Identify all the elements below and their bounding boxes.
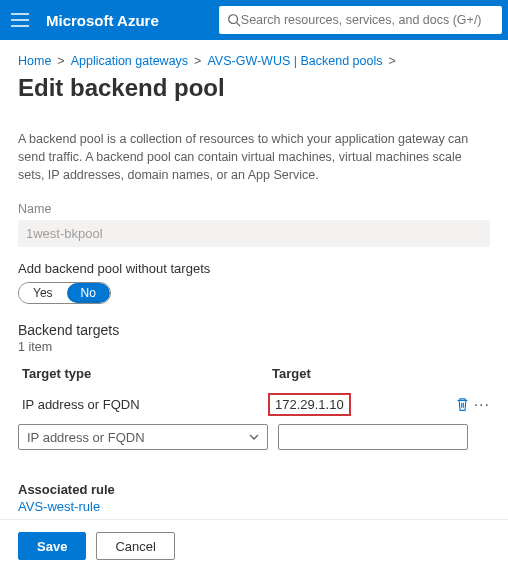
backend-targets-label: Backend targets (18, 322, 490, 338)
search-icon (227, 13, 241, 27)
header-target: Target (268, 360, 490, 387)
breadcrumb-home[interactable]: Home (18, 54, 51, 68)
breadcrumb-appgw[interactable]: Application gateways (71, 54, 188, 68)
target-type-placeholder: IP address or FQDN (27, 430, 145, 445)
breadcrumb: Home > Application gateways > AVS-GW-WUS… (18, 50, 490, 68)
svg-line-4 (236, 23, 240, 27)
row-target-value: 172.29.1.10 (268, 393, 351, 416)
content-panel: Home > Application gateways > AVS-GW-WUS… (0, 40, 508, 514)
chevron-right-icon: > (57, 54, 64, 68)
svg-point-3 (229, 15, 238, 24)
item-count: 1 item (18, 340, 490, 354)
chevron-right-icon: > (388, 54, 395, 68)
table-header-row: Target type Target (18, 360, 490, 387)
target-value-input[interactable] (278, 424, 468, 450)
associated-rule-link[interactable]: AVS-west-rule (18, 499, 100, 514)
breadcrumb-backendpools[interactable]: AVS-GW-WUS | Backend pools (207, 54, 382, 68)
delete-icon[interactable] (455, 397, 470, 412)
search-input[interactable] (241, 13, 494, 27)
more-icon[interactable]: ··· (474, 401, 490, 409)
add-without-targets-toggle[interactable]: Yes No (18, 282, 111, 304)
cancel-button[interactable]: Cancel (96, 532, 174, 560)
brand-label: Microsoft Azure (46, 12, 159, 29)
add-without-targets-label: Add backend pool without targets (18, 261, 490, 276)
page-title: Edit backend pool (18, 74, 490, 102)
name-field: 1west-bkpool (18, 220, 490, 247)
global-search[interactable] (219, 6, 502, 34)
top-bar: Microsoft Azure (0, 0, 508, 40)
menu-button[interactable] (0, 0, 40, 40)
backend-targets-table: Target type Target IP address or FQDN 17… (18, 360, 490, 450)
header-target-type: Target type (18, 360, 268, 387)
chevron-down-icon (249, 434, 259, 440)
target-type-select[interactable]: IP address or FQDN (18, 424, 268, 450)
footer-bar: Save Cancel (0, 519, 508, 572)
toggle-no[interactable]: No (67, 283, 110, 303)
save-button[interactable]: Save (18, 532, 86, 560)
name-label: Name (18, 202, 490, 216)
toggle-yes[interactable]: Yes (19, 283, 67, 303)
new-target-row: IP address or FQDN (18, 424, 490, 450)
chevron-right-icon: > (194, 54, 201, 68)
row-type-value: IP address or FQDN (18, 397, 268, 412)
page-description: A backend pool is a collection of resour… (18, 130, 490, 184)
table-row: IP address or FQDN 172.29.1.10 ··· (18, 387, 490, 422)
associated-rule-label: Associated rule (18, 482, 490, 497)
